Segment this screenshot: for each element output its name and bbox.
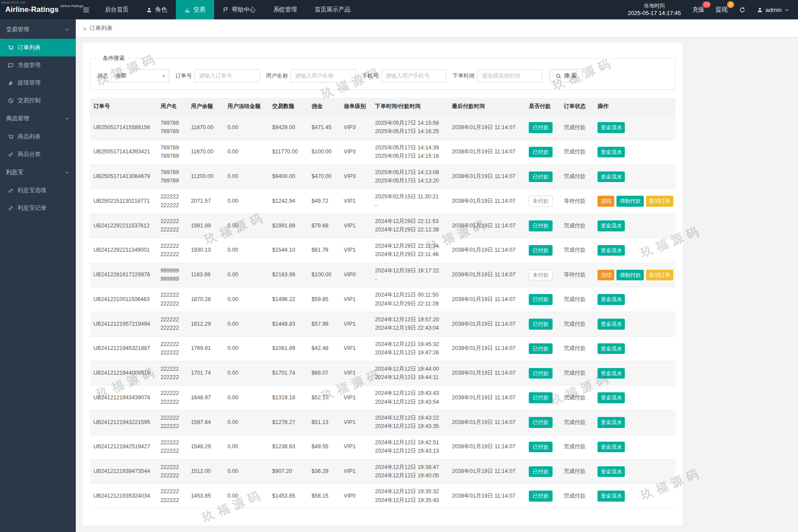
sidebar-item-interest-records[interactable]: 利息宝记录 (0, 199, 76, 217)
admin-menu[interactable]: admin (757, 7, 789, 13)
sidebar-item-withdraw-management[interactable]: 提现管理 (0, 74, 76, 92)
sidebar-group-interest-treasure[interactable]: 利息宝 (0, 163, 76, 182)
top-nav-roles[interactable]: 角色 (137, 0, 176, 19)
level-cell: VIP0 (340, 484, 371, 509)
table-row: UB24121219384735442222222222221512.000.0… (90, 459, 676, 484)
order-status-cell: 完成付款 (560, 287, 594, 312)
user-cell: 222222222222 (157, 484, 187, 509)
action-flow-button[interactable]: 资金流水 (598, 171, 625, 182)
sidebar-item-interest-options[interactable]: 利息宝选项 (0, 182, 76, 199)
action-freeze-button[interactable]: 冻结 (598, 270, 614, 281)
sidebar-item-order-list[interactable]: 订单列表 (0, 39, 76, 56)
last-pay-cell: 2038年01月19日 11:14:07 (449, 164, 525, 189)
sidebar-item-label: 订单列表 (18, 44, 41, 52)
pay-status-cell: 已付款 (525, 410, 560, 435)
action-flow-button[interactable]: 资金流水 (598, 245, 625, 256)
pay-status-badge: 已付款 (529, 220, 553, 231)
username-input[interactable] (291, 69, 356, 82)
last-pay-cell: 2038年01月19日 11:14:07 (449, 140, 525, 164)
pay-status-cell: 已付款 (525, 238, 560, 263)
actions-cell: 资金流水 (594, 336, 676, 361)
action-cancel-button[interactable]: 取消订单 (646, 270, 673, 281)
action-flow-button[interactable]: 资金流水 (598, 417, 625, 428)
sidebar-item-product-list[interactable]: 商品列表 (0, 128, 76, 145)
actions-cell: 资金流水 (594, 410, 676, 435)
last-pay-cell: 2038年01月19日 11:14:07 (449, 459, 525, 484)
table-row: UB24121219434390742222222222221648.970.0… (90, 386, 676, 410)
times-cell: 2024年12月12日 19:42:512024年12月12日 19:43:13 (371, 435, 448, 459)
frozen-cell: 0.00 (224, 164, 268, 189)
order-status-cell: 完成付款 (560, 484, 594, 509)
action-flow-button[interactable]: 资金流水 (598, 220, 625, 231)
order-no-cell: UB2412121944009515 (90, 361, 157, 386)
layout: 交易管理订单列表充值管理提现管理交易控制商品管理商品列表商品分类利息宝利息宝选项… (0, 19, 798, 532)
action-flow-button[interactable]: 资金流水 (598, 147, 625, 158)
column-header: 是否付款 (525, 98, 560, 115)
sidebar-item-trade-control[interactable]: 交易控制 (0, 92, 76, 109)
actions-cell: 资金流水 (594, 115, 676, 140)
status-label: 状态 (97, 72, 108, 80)
sidebar-item-product-category[interactable]: 商品分类 (0, 145, 76, 163)
action-flow-button[interactable]: 资金流水 (598, 294, 625, 305)
sidebar-item-recharge-management[interactable]: 充值管理 (0, 56, 76, 74)
action-force-button[interactable]: 强制付款 (616, 196, 644, 207)
user-cell: 222222222222 (157, 214, 187, 238)
action-flow-button[interactable]: 资金流水 (598, 442, 625, 453)
actions-cell: 资金流水 (594, 312, 676, 337)
action-freeze-button[interactable]: 冻结 (598, 196, 614, 207)
order-status-cell: 完成付款 (560, 410, 594, 435)
pay-status-badge: 已付款 (529, 392, 553, 403)
times-cell: 2024年12月12日 19:43:222024年12月12日 19:43:35 (371, 410, 448, 435)
top-nav-home[interactable]: 后台首页 (96, 0, 137, 19)
order-time-input[interactable] (477, 69, 542, 82)
sidebar-group-trade-management[interactable]: 交易管理 (0, 20, 76, 39)
column-header: 佣金 (308, 98, 340, 115)
phone-input[interactable] (381, 69, 446, 82)
chevron-down-icon (784, 7, 789, 12)
last-pay-cell: 2038年01月19日 11:14:07 (449, 287, 525, 312)
amount-cell: $1061.89 (269, 336, 308, 361)
action-flow-button[interactable]: 资金流水 (598, 343, 625, 354)
action-flow-button[interactable]: 资金流水 (598, 392, 625, 403)
action-flow-button[interactable]: 资金流水 (598, 491, 625, 502)
sidebar-group-product-management[interactable]: 商品管理 (0, 109, 76, 128)
action-flow-button[interactable]: 资金流水 (598, 122, 625, 133)
top-nav-help-center[interactable]: 帮助中心 (214, 0, 264, 19)
status-select[interactable]: 全部 ▾ (111, 69, 169, 82)
recharge-link[interactable]: 充值 23 (692, 6, 704, 14)
top-nav-home-products[interactable]: 首页展示产品 (306, 0, 359, 19)
withdraw-link[interactable]: 提现 0 (716, 6, 727, 14)
action-flow-button[interactable]: 资金流水 (598, 466, 625, 477)
top-nav-trade[interactable]: 交易 (176, 0, 214, 19)
user-cell: 222222222222 (157, 287, 187, 312)
withdraw-count-badge: 0 (727, 1, 734, 8)
last-pay-cell: 2038年01月19日 11:14:07 (449, 361, 525, 386)
top-nav-system[interactable]: 系统管理 (264, 0, 306, 19)
actions-cell: 资金流水 (594, 164, 676, 189)
order-no-input[interactable] (195, 69, 260, 82)
pay-status-badge: 已付款 (529, 122, 553, 133)
wrench-icon (8, 80, 14, 86)
pay-status-cell: 已付款 (525, 164, 560, 189)
action-cancel-button[interactable]: 取消订单 (646, 196, 673, 207)
user-cell: 222222222222 (157, 435, 187, 459)
order-status-cell: 完成付款 (560, 238, 594, 263)
frozen-cell: 0.00 (224, 263, 268, 287)
order-no-cell: UB2412121943221595 (90, 410, 157, 435)
action-flow-button[interactable]: 资金流水 (598, 319, 625, 330)
search-button[interactable]: 搜 索 (549, 69, 583, 82)
search-legend: 条件搜索 (99, 55, 128, 62)
refresh-button[interactable] (739, 7, 746, 13)
last-pay-cell: 2038年01月19日 11:14:07 (449, 189, 525, 214)
column-header: 最后付款时间 (449, 98, 525, 115)
pay-status-cell: 已付款 (525, 484, 560, 509)
action-force-button[interactable]: 强制付款 (616, 270, 644, 281)
menu-toggle-button[interactable] (76, 0, 96, 19)
amount-cell: $1544.10 (269, 238, 308, 263)
column-header: 订单状态 (560, 98, 594, 115)
local-time-label: 当地时间 (628, 2, 681, 10)
column-header: 下单时间/付款时间 (371, 98, 448, 115)
pay-status-badge: 未付款 (529, 196, 553, 207)
local-time-value: 2025-05-17 14:17:45 (628, 9, 681, 17)
action-flow-button[interactable]: 资金流水 (598, 368, 625, 379)
